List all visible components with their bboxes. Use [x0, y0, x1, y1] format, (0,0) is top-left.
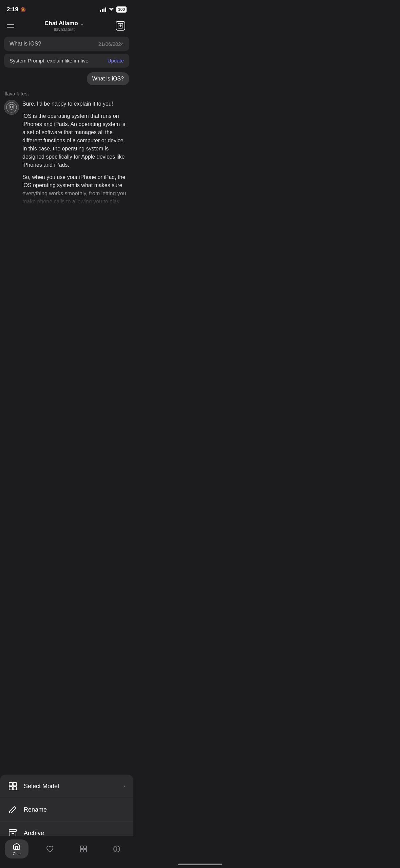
- chat-title: What is iOS?: [9, 41, 41, 47]
- system-prompt-bar: System Prompt: explain like im five Upda…: [4, 54, 129, 68]
- chevron-down-icon: ⌄: [80, 21, 84, 26]
- header-title: Chat Allamo: [44, 20, 78, 27]
- svg-point-2: [9, 106, 11, 108]
- wifi-icon: [109, 7, 114, 12]
- user-message-row: What is iOS?: [4, 72, 129, 85]
- user-message-text: What is iOS?: [92, 76, 124, 82]
- battery-indicator: 100: [116, 6, 127, 13]
- status-bar: 2:19 🔕 100: [0, 0, 133, 17]
- bell-slash-icon: 🔕: [20, 7, 26, 12]
- header: Chat Allamo ⌄ llava:latest: [0, 17, 133, 37]
- system-prompt-text: System Prompt: explain like im five: [9, 58, 89, 64]
- svg-point-5: [14, 105, 15, 106]
- ai-avatar: [4, 100, 19, 115]
- ai-message-content: Sure, I'd be happy to explain it to you!…: [22, 100, 129, 206]
- ai-message-text: Sure, I'd be happy to explain it to you!…: [22, 100, 129, 206]
- chat-area: What is iOS? llava:latest Sure, I'd be h…: [0, 72, 133, 206]
- menu-button[interactable]: [7, 24, 14, 28]
- new-chat-button[interactable]: [114, 20, 127, 32]
- status-right: 100: [100, 6, 127, 13]
- svg-point-4: [9, 105, 10, 106]
- ai-model-label: llava:latest: [4, 91, 129, 96]
- chat-meta-bar: What is iOS? 21/06/2024: [4, 37, 129, 51]
- header-title-row[interactable]: Chat Allamo ⌄: [44, 20, 84, 27]
- signal-bars: [100, 7, 106, 12]
- ai-message-row: Sure, I'd be happy to explain it to you!…: [4, 100, 129, 206]
- header-center: Chat Allamo ⌄ llava:latest: [44, 20, 84, 32]
- user-bubble: What is iOS?: [87, 72, 129, 85]
- update-button[interactable]: Update: [108, 58, 124, 64]
- header-subtitle: llava:latest: [54, 27, 75, 32]
- svg-point-3: [12, 106, 14, 108]
- status-time: 2:19 🔕: [7, 6, 26, 13]
- chat-date: 21/06/2024: [98, 41, 124, 47]
- svg-point-1: [6, 102, 17, 112]
